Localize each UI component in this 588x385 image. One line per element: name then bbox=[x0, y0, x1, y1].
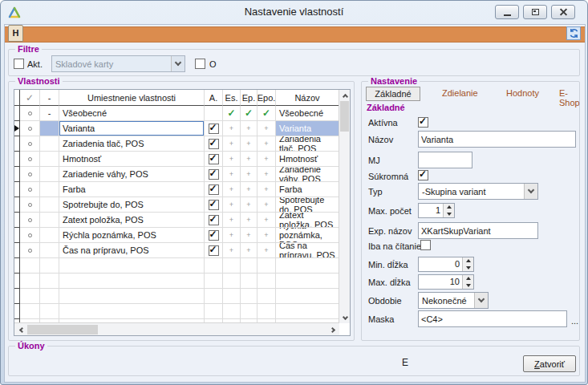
card-type-combo-dropdown[interactable] bbox=[171, 56, 185, 71]
min-dlzka-spinner[interactable]: 0 bbox=[418, 257, 474, 272]
close-dialog-button[interactable]: Zatvoriť bbox=[523, 355, 576, 372]
tab-zdielanie[interactable]: Zdielanie bbox=[442, 88, 478, 98]
a-checkbox[interactable] bbox=[209, 200, 219, 210]
o-checkbox[interactable] bbox=[195, 59, 205, 69]
epo-cell[interactable]: + bbox=[258, 197, 276, 213]
table-row[interactable]: - Všeobecné ✓ ✓ ✓ Všeobecné bbox=[14, 106, 339, 121]
spin-up-icon[interactable] bbox=[444, 204, 454, 211]
nazov-cell[interactable]: Rýchla poznámka, POS bbox=[276, 228, 339, 243]
a-checkbox[interactable] bbox=[209, 124, 219, 134]
epo-cell[interactable]: + bbox=[258, 243, 276, 258]
a-checkbox[interactable] bbox=[209, 184, 219, 195]
a-cell[interactable] bbox=[205, 136, 223, 152]
tab-eshop[interactable]: E-Shop bbox=[559, 88, 580, 107]
max-pocet-spinner[interactable]: 1 bbox=[418, 203, 455, 218]
tab-zakladne[interactable]: Základné bbox=[366, 87, 420, 101]
es-cell[interactable]: ✓ bbox=[223, 106, 241, 121]
nazov-cell[interactable]: Varianta bbox=[276, 121, 339, 136]
maska-more-button[interactable]: ... bbox=[571, 316, 578, 326]
ep-cell[interactable]: + bbox=[241, 228, 258, 243]
nazov-cell[interactable]: Čas na prípravu, POS bbox=[276, 243, 339, 258]
umiestnenie-cell[interactable]: Všeobecné bbox=[59, 106, 205, 121]
epo-cell[interactable]: + bbox=[258, 167, 276, 182]
ep-cell[interactable]: ✓ bbox=[241, 106, 258, 121]
dash-cell[interactable] bbox=[40, 121, 59, 136]
nazov-cell[interactable]: Zariadenia tlač, POS bbox=[276, 136, 339, 152]
ep-cell[interactable]: + bbox=[241, 182, 258, 197]
a-cell[interactable] bbox=[205, 167, 223, 182]
dash-cell[interactable] bbox=[40, 136, 59, 152]
ep-cell[interactable]: + bbox=[241, 243, 258, 258]
ep-cell[interactable]: + bbox=[241, 136, 258, 152]
vertical-scrollbar[interactable] bbox=[339, 90, 350, 323]
umiestnenie-cell[interactable]: Rýchla poznámka, POS bbox=[59, 228, 205, 243]
spin-up-icon[interactable] bbox=[463, 275, 473, 282]
es-cell[interactable]: + bbox=[223, 167, 241, 182]
a-checkbox[interactable] bbox=[209, 169, 219, 180]
iba-na-citanie-checkbox[interactable] bbox=[420, 240, 431, 250]
h-tab-button[interactable]: H bbox=[8, 25, 23, 42]
header-dash[interactable]: - bbox=[40, 90, 59, 106]
header-es[interactable]: Es. bbox=[223, 90, 241, 106]
table-row[interactable]: Spotrebujte do, POS + + + Spotrebujte do… bbox=[14, 197, 339, 213]
umiestnenie-cell[interactable]: Čas na prípravu, POS bbox=[59, 243, 205, 258]
dash-cell[interactable] bbox=[40, 182, 59, 197]
a-cell[interactable] bbox=[205, 106, 223, 121]
vertical-scroll-thumb[interactable] bbox=[340, 101, 349, 132]
dash-cell[interactable] bbox=[40, 243, 59, 258]
umiestnenie-cell[interactable]: Spotrebujte do, POS bbox=[59, 197, 205, 213]
a-checkbox[interactable] bbox=[209, 139, 219, 149]
title-bar[interactable]: Nastavenie vlastností bbox=[1, 1, 587, 24]
a-cell[interactable] bbox=[205, 152, 223, 167]
close-button[interactable] bbox=[551, 5, 575, 19]
scroll-right-arrow[interactable] bbox=[326, 324, 339, 335]
ep-cell[interactable]: + bbox=[241, 167, 258, 182]
spin-down-icon[interactable] bbox=[463, 282, 473, 290]
a-cell[interactable] bbox=[205, 213, 223, 228]
obdobie-combo[interactable]: Nekonečné bbox=[418, 292, 489, 309]
table-row[interactable]: Čas na prípravu, POS + + + Čas na prípra… bbox=[14, 243, 339, 258]
akt-checkbox[interactable] bbox=[14, 59, 24, 69]
es-cell[interactable]: + bbox=[223, 228, 241, 243]
maximize-button[interactable] bbox=[523, 5, 547, 19]
epo-cell[interactable]: ✓ bbox=[258, 106, 276, 121]
es-cell[interactable]: + bbox=[223, 243, 241, 258]
minimize-button[interactable] bbox=[495, 5, 519, 19]
nazov-cell[interactable]: Zariadenie váhy, POS bbox=[276, 167, 339, 182]
scroll-up-arrow[interactable] bbox=[339, 90, 351, 101]
typ-combo[interactable]: -Skupina variant bbox=[418, 183, 538, 200]
scroll-left-arrow[interactable] bbox=[14, 324, 27, 335]
es-cell[interactable]: + bbox=[223, 213, 241, 228]
aktivna-checkbox[interactable] bbox=[418, 117, 428, 128]
scroll-down-arrow[interactable] bbox=[339, 312, 351, 323]
dash-cell[interactable] bbox=[40, 197, 59, 213]
dash-cell[interactable]: - bbox=[40, 106, 59, 121]
umiestnenie-cell[interactable]: Hmotnosť bbox=[59, 152, 205, 167]
table-row[interactable]: Zatext položka, POS + + + Zatext položka… bbox=[14, 213, 339, 228]
ep-cell[interactable]: + bbox=[241, 152, 258, 167]
table-row-selected[interactable]: Varianta + + + Varianta bbox=[14, 121, 339, 136]
epo-cell[interactable]: + bbox=[258, 182, 276, 197]
obdobie-combo-dropdown[interactable] bbox=[474, 293, 488, 308]
spin-down-icon[interactable] bbox=[463, 265, 473, 272]
table-row[interactable]: Rýchla poznámka, POS + + + Rýchla poznám… bbox=[14, 228, 339, 243]
a-checkbox[interactable] bbox=[209, 154, 219, 164]
epo-cell[interactable]: + bbox=[258, 228, 276, 243]
a-cell[interactable] bbox=[205, 121, 223, 136]
inline-edit-field[interactable]: Varianta bbox=[59, 121, 204, 136]
nazov-cell[interactable]: Farba bbox=[276, 182, 339, 197]
a-checkbox[interactable] bbox=[209, 230, 219, 241]
epo-cell[interactable]: + bbox=[258, 121, 276, 136]
dash-cell[interactable] bbox=[40, 152, 59, 167]
nazov-cell[interactable]: Spotrebujte do, POS bbox=[276, 197, 339, 213]
a-checkbox[interactable] bbox=[209, 245, 219, 256]
refresh-button[interactable] bbox=[566, 26, 581, 40]
header-a[interactable]: A. bbox=[205, 90, 223, 106]
dash-cell[interactable] bbox=[40, 228, 59, 243]
ep-cell[interactable]: + bbox=[241, 213, 258, 228]
a-cell[interactable] bbox=[205, 182, 223, 197]
dash-cell[interactable] bbox=[40, 213, 59, 228]
umiestnenie-cell[interactable]: Zariadenie váhy, POS bbox=[59, 167, 205, 182]
nazov-input[interactable] bbox=[418, 131, 576, 148]
card-type-combo[interactable]: Skladové karty bbox=[51, 55, 185, 72]
